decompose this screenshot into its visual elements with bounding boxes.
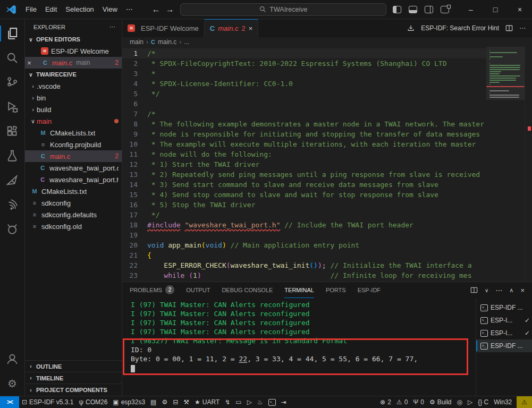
activity-run-debug-run-debug-icon[interactable] [0,95,25,119]
status-language-mode[interactable]: {} C [475,396,491,408]
panel-maximize-icon[interactable]: ∧ [509,287,513,294]
tree-folder-.vscode[interactable]: ›.vscode [25,80,122,92]
esp-idf-search-error-hint-button[interactable]: ESP-IDF: Search Error Hint [421,24,499,32]
status-eol[interactable]: Win32 [491,396,514,408]
minimap[interactable] [486,47,525,282]
split-terminal-icon[interactable] [470,286,478,294]
code-line-5[interactable]: 5 */ [122,89,486,99]
code-editor[interactable]: 1/*2 * SPDX-FileCopyrightText: 2010-2022… [122,47,532,282]
activity-assistant-bee-icon[interactable] [0,217,25,241]
status-monitor-monitor-icon[interactable]: ▭ [233,396,244,408]
status-build-task-gear-icon[interactable]: ⚙Build [427,396,454,408]
section-timeline[interactable]: ›TIMELINE [25,372,122,384]
tree-file-sdkconfig[interactable]: ≡sdkconfig [25,197,122,209]
activity-account-account-icon[interactable] [0,347,25,371]
status-flash-type-star-icon[interactable]: ★UART [192,396,222,408]
code-line-14[interactable]: 14 * 3) Send start command to slave and … [122,180,486,190]
panel-tab-terminal[interactable]: TERMINAL [284,282,314,298]
code-line-13[interactable]: 13 * 2) Repeatedly send ping messages un… [122,169,486,180]
code-line-12[interactable]: 12 * 1) Start the TWAI driver [122,159,486,169]
menu-edit[interactable]: Edit [41,3,61,15]
status-terminal-terminal-icon[interactable]: >_ [266,396,278,408]
toggle-panel-icon[interactable] [409,6,417,13]
tree-file-sdkconfig.defaults[interactable]: ≡sdkconfig.defaults [25,209,122,220]
status-run-play-icon[interactable]: ▷ [465,396,475,408]
split-editor-icon[interactable] [505,24,513,32]
overview-ruler[interactable] [525,47,532,282]
tab-main-c[interactable]: C main.c 2 × [205,19,259,37]
download-tray-icon[interactable] [407,24,415,32]
open-editor-item[interactable]: ≋ESP-IDF Welcome [25,45,122,57]
status-flame-flame-icon[interactable]: ♨ [255,396,266,408]
status-warnings-warning-icon[interactable]: ⚠0 [394,396,410,408]
status-tools-wrench-icon[interactable]: ⚒ [181,396,192,408]
status-flash-bolt-icon[interactable]: ↯ [222,396,233,408]
customize-layout-icon[interactable] [441,6,449,13]
terminal-list-item[interactable]: >_ESP-IDF ... [476,339,532,352]
nav-forward-icon[interactable]: → [166,5,174,14]
breadcrumb-symbol[interactable]: ... [184,38,189,46]
code-line-15[interactable]: 15 * 4) Send stop command to slave and w… [122,190,486,200]
status-remote-remote-icon[interactable]: >< [0,396,19,408]
activity-source-control-source-control-icon[interactable] [0,70,25,95]
chevron-down-icon[interactable]: ∨ [485,287,488,293]
open-editors-header[interactable]: ∨ OPEN EDITORS [25,33,122,45]
status-flash-method-folder-icon[interactable]: ▤ [148,396,159,408]
activity-testing-testing-flask-icon[interactable] [0,143,25,168]
open-editor-item[interactable]: ×Cmain.cmain2 [25,57,122,69]
toggle-secondary-sidebar-icon[interactable] [425,6,433,13]
code-line-3[interactable]: 3 * [122,69,486,79]
status-sdk-config-gear-icon[interactable]: ⚙ [159,396,170,408]
activity-esp-idf-tools-esp-tool-icon[interactable] [0,168,25,192]
code-line-18[interactable]: 18#include "waveshare_twai_port.h" // In… [122,220,486,230]
command-center-search[interactable]: TWAIreceive [180,3,386,16]
tab-close-icon[interactable]: × [249,24,253,32]
panel-tab-esp-idf[interactable]: ESP-IDF [358,282,381,298]
workspace-header[interactable]: ∨ TWAIRECEIVE [25,69,122,80]
breadcrumb-file[interactable]: main.c [158,38,176,46]
status-debug-debug-start-icon[interactable]: ▷ [244,396,255,408]
activity-extensions-extensions-icon[interactable] [0,119,25,143]
status-serial-port-plug-icon[interactable]: ψCOM26 [76,396,110,408]
tree-file-Kconfig.projbuild[interactable]: ≡Kconfig.projbuild [25,139,122,150]
breadcrumb-folder[interactable]: main [130,38,143,46]
maximize-button[interactable]: □ [483,0,508,19]
terminal-list-item[interactable]: >_ESP-I...✓ [476,314,532,327]
status-alert-warning-icon[interactable]: ⚠ [517,396,532,408]
minimize-button[interactable]: – [459,0,483,19]
code-line-9[interactable]: 9 * node is responsible for initiating a… [122,129,486,139]
code-line-11[interactable]: 11 * node will do the following: [122,149,486,159]
panel-tab-ports[interactable]: PORTS [326,282,346,298]
status-errors-error-icon[interactable]: ⊗2 [377,396,394,408]
panel-more-icon[interactable]: ⋯ [495,286,502,294]
code-line-7[interactable]: 7/* [122,109,486,119]
code-line-16[interactable]: 16 * 5) Stop the TWAI driver [122,200,486,210]
editor-more-icon[interactable]: ⋯ [519,24,526,32]
code-line-22[interactable]: 22 ESP_ERROR_CHECK(waveshare_twai_init()… [122,260,486,270]
close-icon[interactable]: × [25,59,33,67]
activity-settings-settings-gear-icon[interactable]: ⚙ [0,371,25,396]
code-line-8[interactable]: 8 * The following example demonstrates a… [122,119,486,129]
panel-tab-debug-console[interactable]: DEBUG CONSOLE [222,282,273,298]
tree-file-waveshare_twai_port.c[interactable]: Cwaveshare_twai_port.c [25,162,122,174]
panel-tab-output[interactable]: OUTPUT [186,282,210,298]
tree-file-sdkconfig.old[interactable]: ≡sdkconfig.old [25,220,122,232]
panel-close-icon[interactable]: × [520,286,525,294]
menu-selection[interactable]: Selection [61,3,98,15]
status-full-clean-trash-icon[interactable]: ⊟ [170,396,181,408]
terminal-list-item[interactable]: >_ESP-IDF ... [476,301,532,314]
menu-file[interactable]: File [21,3,41,15]
panel-tab-problems[interactable]: PROBLEMS2 [130,282,174,298]
code-line-23[interactable]: 23 while (1) // Infinite loop for receiv… [122,270,486,280]
activity-search-search-icon[interactable] [0,46,25,70]
activity-explorer-files-icon[interactable] [0,21,25,46]
status-debug-alt-bug-icon[interactable]: ◎ [454,396,465,408]
status-device-target-chip-icon[interactable]: ▣esp32s3 [110,396,148,408]
terminal-output[interactable]: I (97) TWAI Master: CAN Alerts reconfigu… [122,298,476,396]
tree-folder-main[interactable]: ∨main [25,115,122,127]
code-line-1[interactable]: 1/* [122,48,486,58]
tree-folder-build[interactable]: ›build [25,104,122,115]
menu-more-icon[interactable]: ⋯ [122,3,137,15]
nav-back-icon[interactable]: ← [152,5,161,14]
code-line-17[interactable]: 17 */ [122,210,486,220]
